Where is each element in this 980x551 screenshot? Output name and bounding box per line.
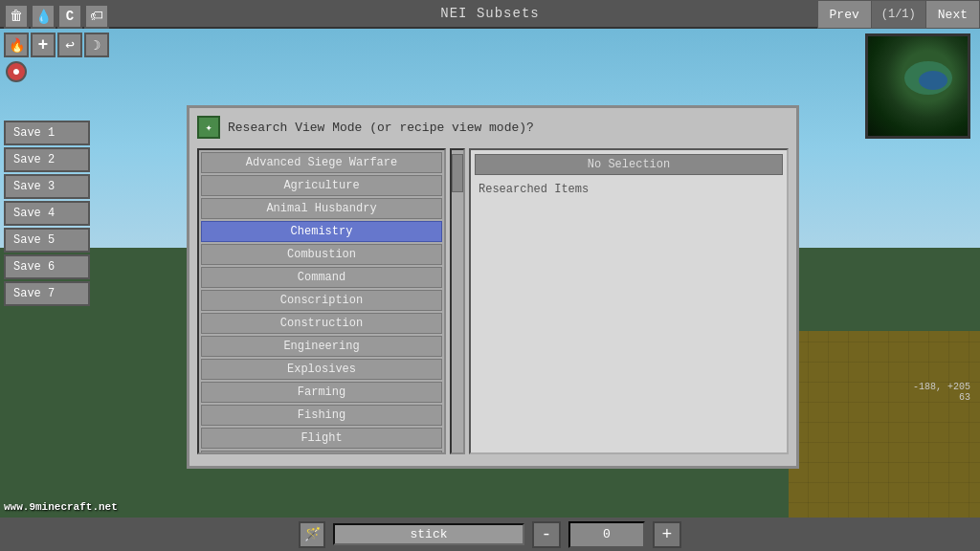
modal-header: ✦ Research View Mode (or recipe view mod…: [197, 116, 789, 139]
next-button[interactable]: Next: [925, 0, 980, 29]
tag-icon[interactable]: 🏷: [84, 4, 109, 29]
window-title: NEI Subsets: [440, 6, 539, 21]
modal-body: Advanced Siege WarfareAgricultureAnimal …: [197, 148, 789, 454]
list-item[interactable]: Flight: [201, 428, 442, 449]
save-button-4[interactable]: Save 4: [4, 201, 90, 226]
no-selection-badge: No Selection: [475, 154, 783, 175]
left-toolbar: 🗑 💧 C 🏷 🔥 + ↩ ☽ ● Save 1Save 2Save 3Save…: [0, 0, 144, 310]
list-item[interactable]: Animal Husbandry: [201, 198, 442, 219]
list-item[interactable]: Command: [201, 267, 442, 288]
mini-map: [865, 33, 970, 139]
arc-icon[interactable]: ↩: [57, 33, 82, 57]
nav-controls: Prev (1/1) Next: [817, 0, 980, 29]
moon-icon[interactable]: ☽: [84, 33, 109, 57]
page-info: (1/1): [872, 0, 925, 29]
list-item[interactable]: Agriculture: [201, 175, 442, 196]
save-button-3[interactable]: Save 3: [4, 174, 90, 199]
modal-dialog: ✦ Research View Mode (or recipe view mod…: [187, 105, 799, 469]
toolbar-row1: 🗑 💧 C 🏷: [4, 4, 140, 29]
red-dot-icon[interactable]: ●: [6, 61, 27, 82]
list-item[interactable]: Farming: [201, 382, 442, 403]
trash-icon[interactable]: 🗑: [4, 4, 29, 29]
category-list[interactable]: Advanced Siege WarfareAgricultureAnimal …: [197, 148, 446, 454]
toolbar-row2: 🔥 + ↩ ☽: [4, 33, 140, 57]
bottom-bar: 🪄 - 0 +: [0, 518, 980, 551]
top-bar: NEI Subsets Prev (1/1) Next: [0, 0, 980, 29]
list-item[interactable]: Conscription: [201, 290, 442, 311]
scrollbar-thumb[interactable]: [452, 154, 463, 192]
plus-button[interactable]: +: [653, 521, 681, 548]
save-button-7[interactable]: Save 7: [4, 281, 90, 306]
list-item[interactable]: Fishing: [201, 405, 442, 426]
list-item[interactable]: Advanced Siege Warfare: [201, 152, 442, 173]
plus-icon[interactable]: +: [31, 33, 56, 57]
save-button-5[interactable]: Save 5: [4, 228, 90, 253]
scrollbar[interactable]: [450, 148, 465, 454]
counter-display: 0: [568, 521, 645, 548]
watermark: www.9minecraft.net: [4, 501, 118, 513]
fire-icon[interactable]: 🔥: [4, 33, 29, 57]
list-item[interactable]: Construction: [201, 313, 442, 334]
list-item[interactable]: Explosives: [201, 359, 442, 380]
prev-button[interactable]: Prev: [817, 0, 872, 29]
save-buttons-panel: Save 1Save 2Save 3Save 4Save 5Save 6Save…: [4, 121, 140, 306]
list-item[interactable]: Combustion: [201, 244, 442, 265]
c-icon[interactable]: C: [57, 4, 82, 29]
save-button-6[interactable]: Save 6: [4, 254, 90, 279]
researched-items-label: Researched Items: [475, 181, 783, 198]
save-button-2[interactable]: Save 2: [4, 147, 90, 172]
minus-button[interactable]: -: [532, 521, 561, 548]
save-button-1[interactable]: Save 1: [4, 121, 90, 145]
item-search-input[interactable]: [333, 523, 524, 545]
map-coordinates: -188, +205 63: [913, 382, 970, 403]
blocks: [789, 331, 980, 522]
modal-title: Research View Mode (or recipe view mode)…: [228, 121, 534, 135]
list-item[interactable]: Chemistry: [201, 221, 442, 242]
list-item[interactable]: Engineering: [201, 336, 442, 357]
item-icon: 🪄: [299, 521, 325, 548]
drop-icon[interactable]: 💧: [31, 4, 56, 29]
list-item[interactable]: Gunpowder: [201, 451, 442, 454]
right-panel: No Selection Researched Items: [469, 148, 789, 454]
modal-icon: ✦: [197, 116, 220, 139]
